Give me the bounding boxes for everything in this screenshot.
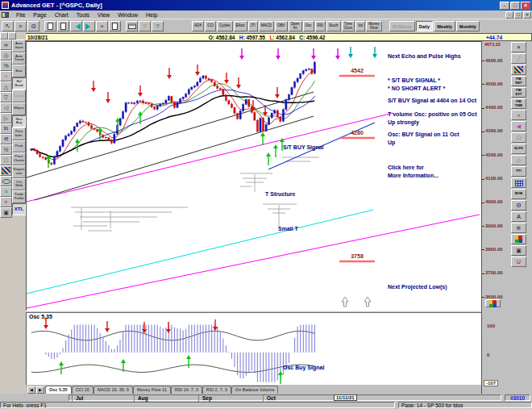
arrow-right-icon[interactable]: ▷ (0, 113, 12, 123)
delete-page-icon[interactable]: × (96, 21, 108, 31)
gann-angles-icon[interactable]: % (0, 61, 12, 71)
gann-circle-icon[interactable]: ● (511, 110, 526, 120)
fib-extension-button[interactable]: FIB EXT (511, 87, 526, 98)
pages-icon[interactable]: ▣ (511, 245, 526, 256)
study-trade-profile[interactable]: Trade Profile (12, 190, 26, 203)
underline-button[interactable]: U (511, 257, 526, 267)
axis-properties-button[interactable] (485, 299, 501, 307)
study-auto-trend[interactable]: Auto Trend (12, 52, 26, 65)
study-ellipse[interactable]: Ellipse (12, 102, 26, 115)
retracement-icon[interactable]: ½ (0, 144, 12, 155)
menu-view[interactable]: View (94, 12, 114, 18)
pointer-tool-icon[interactable]: ↖ (2, 21, 14, 31)
study-bol-band[interactable]: Bol Band (12, 77, 26, 90)
price-chart[interactable]: Next Echo and Pulse Highs* S/T BUY SIGNA… (26, 41, 481, 311)
restore-button[interactable]: □ (510, 2, 520, 10)
close-button[interactable]: × (521, 2, 530, 10)
fib-price-icon[interactable]: 91 (0, 123, 12, 134)
edit-page-icon[interactable] (109, 21, 121, 31)
indicator-cci[interactable]: CCI (205, 21, 216, 31)
zoom-tool-icon[interactable]: ⊙ (27, 21, 39, 31)
sidebar-scroll-down-button[interactable] (8, 32, 16, 40)
pencil-tool-icon[interactable]: ╱ (511, 53, 526, 64)
grid-icon[interactable] (511, 177, 526, 188)
indicator-stoch[interactable]: Stoch (326, 21, 341, 31)
tab-macd-19-39-9[interactable]: MACD 19, 39, 9 (94, 386, 133, 394)
eraser-tool-icon[interactable]: ◇ (511, 155, 526, 165)
next-page-icon[interactable] (83, 21, 95, 31)
child-close-button[interactable]: × (523, 11, 531, 19)
study-regres-sion[interactable]: Regres sion (12, 165, 26, 178)
red-cross-icon[interactable]: + (0, 197, 12, 207)
fib-retracement-button[interactable]: FIB RET (511, 76, 526, 86)
fib-time-button[interactable]: FIB TIME (511, 98, 526, 109)
tab-scroll-right-button[interactable]: ▶ (36, 386, 44, 394)
menu-help[interactable]: Help (142, 12, 161, 18)
study-price-cluster[interactable]: Price Cluster (12, 152, 26, 165)
indicator-osc[interactable]: Osc (303, 21, 314, 31)
help-icon[interactable]: ? (139, 21, 151, 31)
tab-on-balance-volume[interactable]: On Balance Volume (231, 386, 279, 394)
menu-file[interactable]: File (12, 12, 29, 18)
menu-chart[interactable]: Chart (51, 12, 73, 18)
tab-cci-20[interactable]: CCI 20 (72, 386, 94, 394)
new-page-icon[interactable] (44, 21, 56, 31)
arrow-left-icon[interactable]: ◁ (0, 102, 12, 113)
magnify-icon[interactable]: ⊕ (511, 223, 526, 233)
study-bias[interactable]: Bias (12, 65, 26, 77)
indicator-time-clust[interactable]: Time Clust (342, 21, 355, 31)
lines-tool-icon[interactable] (0, 165, 12, 176)
indicator-jti[interactable]: JTI (248, 21, 258, 31)
arrow-down-icon[interactable]: ▽ (0, 92, 12, 102)
tab-osc-5-35[interactable]: Osc 5,35 (45, 386, 72, 394)
arrow-up-icon[interactable]: △ (0, 81, 12, 92)
study-tj-s-web[interactable]: TJ's Web (12, 178, 26, 191)
indicator-adx[interactable]: ADX (192, 21, 204, 31)
study-auto-gann[interactable]: Auto Gann (12, 40, 26, 52)
time-marker-icon[interactable]: Θ (511, 200, 526, 211)
indicator-rsi[interactable]: RSI (315, 21, 326, 31)
print-icon[interactable] (126, 21, 138, 31)
elliott-waves-icon[interactable]: ~ (0, 71, 12, 81)
study-para-bolic[interactable]: Para bolic (12, 127, 26, 140)
trend-lines-icon[interactable] (511, 65, 526, 75)
menu-window[interactable]: Window (114, 12, 142, 18)
fib-time-icon[interactable]: 45 (0, 134, 12, 144)
oscillator-panel[interactable]: Osc 5,35Osc Buy Signal (26, 313, 481, 385)
tab-scroll-left-button[interactable]: ◀ (27, 386, 35, 394)
context-help-icon[interactable]: ? (152, 21, 164, 31)
timeframe-60-minute[interactable]: 60 Minute (389, 21, 415, 31)
study-pivot[interactable]: Pivot (12, 140, 26, 153)
pti-button[interactable]: PTI (511, 166, 526, 177)
indicator-open-int[interactable]: Open Int (289, 21, 302, 31)
mob-arrow-icon[interactable]: ◀ (511, 121, 526, 131)
study-mov-avg[interactable]: Mov Avg (12, 115, 26, 128)
close-chart-icon[interactable]: × (511, 42, 526, 52)
study-xtl[interactable]: XTL (12, 203, 26, 216)
indicator-elliott[interactable]: Elliott (234, 21, 247, 31)
indicator-vol[interactable]: Vol (355, 21, 365, 31)
indicator-obv[interactable]: OBV (275, 21, 288, 31)
tie-lines-icon[interactable]: ≡ (0, 186, 12, 197)
prev-page-icon[interactable] (70, 21, 82, 31)
menu-tools[interactable]: Tools (73, 12, 94, 18)
sidebar-scroll-up-button[interactable] (0, 32, 8, 40)
ellipse-tool-icon[interactable] (0, 176, 12, 186)
ellipse-study-button[interactable]: ELPS (511, 144, 526, 154)
scan-icon[interactable]: ◎ (0, 50, 12, 61)
menu-page[interactable]: Page (29, 12, 50, 18)
timeframe-monthly[interactable]: Monthly (456, 21, 480, 31)
open-page-icon[interactable] (57, 21, 69, 31)
quote-window-icon[interactable]: » (15, 21, 27, 31)
study-deltas[interactable]: Deltas (12, 90, 26, 102)
expert-commentary-icon[interactable]: ∞ (0, 40, 12, 50)
indicator-money-flow[interactable]: Money Flow (366, 21, 382, 31)
apply-template-icon[interactable]: ▣ (0, 207, 12, 218)
child-restore-button[interactable]: □ (514, 11, 522, 19)
indicator-macd[interactable]: MACD (259, 21, 274, 31)
box-tool-icon[interactable]: □ (0, 155, 12, 165)
child-window-icon[interactable] (2, 12, 9, 18)
indicator-cycles[interactable]: Cycles (217, 21, 233, 31)
timeframe-weekly[interactable]: Weekly (434, 21, 455, 31)
text-tool-icon[interactable]: A (511, 211, 526, 222)
